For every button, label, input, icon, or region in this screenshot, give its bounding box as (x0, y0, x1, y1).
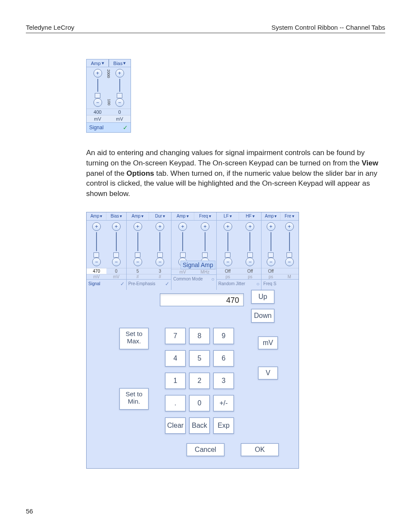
increment-button[interactable]: + (92, 222, 101, 231)
group-header-dropdown[interactable]: Fre▾ (280, 212, 299, 220)
value-cell[interactable]: Off (239, 268, 262, 274)
unit-mv-button[interactable]: mV (258, 336, 278, 349)
digit-6-button[interactable]: 6 (213, 350, 234, 367)
slider[interactable] (182, 232, 183, 251)
group-tab[interactable]: Common Mode○ (171, 274, 216, 283)
slider-handle[interactable] (268, 252, 274, 258)
group-header-dropdown[interactable]: HF▾ (239, 212, 261, 220)
value-cell[interactable]: Off (262, 268, 280, 274)
set-to-max-button[interactable]: Set to Max. (119, 328, 149, 349)
slider-column: +− (280, 221, 299, 268)
slider-handle[interactable] (93, 252, 99, 258)
bias-slider-handle[interactable] (117, 93, 122, 98)
slider[interactable] (96, 232, 97, 251)
slider[interactable] (159, 232, 160, 251)
amp-decrement-button[interactable]: − (93, 98, 102, 107)
amp-slider-handle[interactable] (95, 93, 100, 98)
increment-button[interactable]: + (224, 222, 232, 231)
decrement-button[interactable]: − (112, 258, 121, 266)
increment-button[interactable]: + (134, 222, 142, 231)
slider-handle[interactable] (247, 252, 253, 258)
increment-button[interactable]: + (178, 222, 187, 231)
value-cell[interactable]: 3 (149, 268, 171, 274)
slider-handle[interactable] (180, 252, 186, 258)
decrement-button[interactable]: − (285, 258, 294, 266)
cancel-button[interactable]: Cancel (187, 443, 224, 456)
clear-button[interactable]: Clear (165, 417, 186, 434)
back-button[interactable]: Back (189, 417, 210, 434)
group-header-dropdown[interactable]: LF▾ (217, 212, 239, 220)
amp-slider[interactable] (97, 79, 98, 92)
group-tab[interactable]: Signal✓ (87, 279, 126, 288)
set-to-min-button[interactable]: Set to Min. (119, 388, 149, 410)
bias-increment-button[interactable]: + (115, 69, 124, 78)
slider[interactable] (205, 232, 206, 251)
value-cell[interactable]: 470 (87, 268, 106, 274)
chevron-down-icon: ▾ (252, 214, 255, 218)
increment-button[interactable]: + (285, 222, 294, 231)
increment-button[interactable]: + (201, 222, 209, 231)
exp-button[interactable]: Exp (213, 417, 234, 434)
group-header-dropdown[interactable]: Amp▾ (127, 212, 149, 220)
digit-7-button[interactable]: 7 (165, 328, 186, 344)
slider[interactable] (227, 232, 228, 251)
value-cell[interactable]: 5 (127, 268, 149, 274)
group-header-dropdown[interactable]: Dur▾ (149, 212, 171, 220)
group-tab[interactable]: Freq S (262, 279, 299, 288)
group-tab[interactable]: Random Jitter○ (217, 279, 262, 288)
signal-tab[interactable]: Signal ✓ (87, 122, 131, 132)
bias-slider[interactable] (119, 79, 120, 92)
group-header-dropdown[interactable]: Bias▾ (106, 212, 126, 220)
slider[interactable] (249, 232, 250, 251)
increment-button[interactable]: + (246, 222, 254, 231)
digit-4-button[interactable]: 4 (165, 350, 186, 367)
amp-value[interactable]: 400 (87, 109, 109, 115)
amp-dropdown[interactable]: Amp ▾ (87, 59, 109, 67)
slider-handle[interactable] (157, 252, 163, 258)
value-cell[interactable] (280, 268, 299, 274)
slider-handle[interactable] (135, 252, 140, 258)
increment-button[interactable]: + (156, 222, 164, 231)
group-header-dropdown[interactable]: Amp▾ (171, 212, 194, 220)
slider-handle[interactable] (225, 252, 230, 258)
digit-1-button[interactable]: 1 (165, 373, 186, 389)
slider[interactable] (289, 232, 290, 251)
bias-decrement-button[interactable]: − (115, 98, 124, 107)
value-cell[interactable]: Off (217, 268, 239, 274)
digit-8-button[interactable]: 8 (189, 328, 210, 344)
slider-handle[interactable] (202, 252, 208, 258)
increment-button[interactable]: + (267, 222, 275, 231)
unit-v-button[interactable]: V (258, 367, 278, 380)
slider-handle[interactable] (113, 252, 119, 258)
decrement-button[interactable]: − (246, 258, 254, 266)
bias-value[interactable]: 0 (109, 109, 131, 115)
digit-3-button[interactable]: 3 (213, 373, 234, 389)
value-cell[interactable]: 0 (106, 268, 126, 274)
decrement-button[interactable]: − (267, 258, 275, 266)
up-button[interactable]: Up (251, 290, 274, 304)
keypad-display[interactable]: 470 (160, 293, 244, 306)
slider-handle[interactable] (286, 252, 292, 258)
decrement-button[interactable]: − (156, 258, 164, 266)
decrement-button[interactable]: − (92, 258, 101, 266)
decrement-button[interactable]: − (224, 258, 232, 266)
slider[interactable] (116, 232, 117, 251)
decimal-point-button[interactable]: . (165, 395, 186, 411)
amp-increment-button[interactable]: + (93, 69, 102, 78)
ok-button[interactable]: OK (241, 443, 279, 456)
digit-0-button[interactable]: 0 (189, 395, 210, 411)
group-header-dropdown[interactable]: Amp▾ (262, 212, 280, 220)
plus-minus-button[interactable]: +/- (213, 395, 234, 411)
group-tab[interactable]: Pre-Emphasis✓ (127, 279, 171, 288)
group-header-dropdown[interactable]: Amp▾ (87, 212, 106, 220)
down-button[interactable]: Down (251, 309, 274, 323)
digit-9-button[interactable]: 9 (213, 328, 234, 344)
group-header-dropdown[interactable]: Freq▾ (194, 212, 216, 220)
decrement-button[interactable]: − (134, 258, 142, 266)
bias-dropdown[interactable]: Bias ▾ (109, 59, 131, 67)
slider[interactable] (137, 232, 138, 251)
digit-5-button[interactable]: 5 (189, 350, 210, 367)
slider[interactable] (271, 232, 271, 251)
increment-button[interactable]: + (112, 222, 121, 231)
digit-2-button[interactable]: 2 (189, 373, 210, 389)
